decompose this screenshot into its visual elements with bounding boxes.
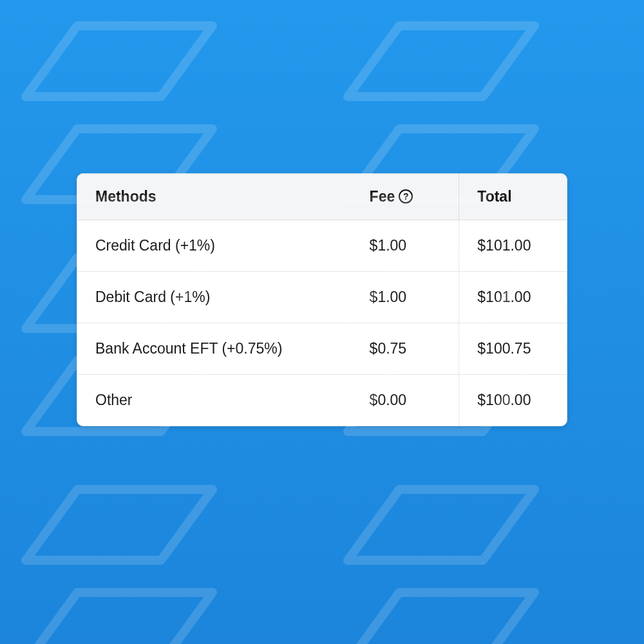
table-row: Other $0.00 $100.00	[77, 374, 567, 426]
cell-method: Credit Card (+1%)	[77, 220, 352, 271]
table-row: Bank Account EFT (+0.75%) $0.75 $100.75	[77, 323, 567, 374]
cell-total: $100.75	[459, 323, 567, 374]
cell-total: $101.00	[459, 220, 567, 271]
payment-methods-table: Methods Fee ? Total Credit Card (+1%) $1…	[77, 174, 567, 426]
payment-methods-card: Methods Fee ? Total Credit Card (+1%) $1…	[77, 173, 567, 426]
cell-total: $100.00	[459, 374, 567, 426]
header-fee-label: Fee	[370, 188, 395, 205]
cell-fee: $1.00	[352, 220, 459, 271]
fee-help-icon[interactable]: ?	[399, 189, 413, 204]
cell-method: Other	[77, 374, 352, 426]
cell-method: Bank Account EFT (+0.75%)	[77, 323, 352, 374]
header-methods: Methods	[77, 174, 352, 220]
cell-method: Debit Card (+1%)	[77, 271, 352, 323]
cell-fee: $1.00	[352, 271, 459, 323]
table-row: Debit Card (+1%) $1.00 $101.00	[77, 271, 567, 323]
header-total: Total	[459, 174, 567, 220]
table-row: Credit Card (+1%) $1.00 $101.00	[77, 220, 567, 271]
table-header-row: Methods Fee ? Total	[77, 174, 567, 220]
cell-total: $101.00	[459, 271, 567, 323]
cell-fee: $0.75	[352, 323, 459, 374]
cell-fee: $0.00	[352, 374, 459, 426]
header-fee: Fee ?	[352, 174, 459, 220]
